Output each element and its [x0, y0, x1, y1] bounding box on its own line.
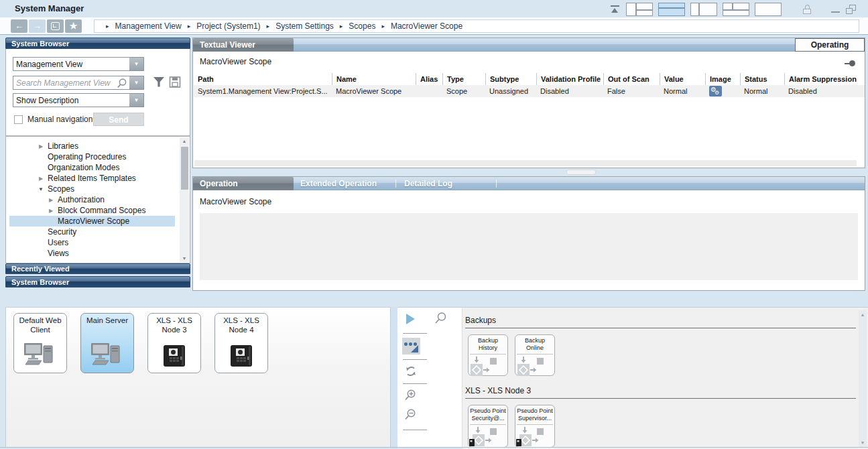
tree-scrollbar[interactable]: ▲ ▼ — [180, 137, 189, 262]
scroll-up-icon[interactable]: ▲ — [859, 312, 867, 317]
tree-collapsed-icon[interactable]: ▶ — [49, 206, 53, 216]
tree-collapsed-icon[interactable]: ▶ — [49, 195, 53, 206]
tree-item-organization-modes[interactable]: Organization Modes — [9, 162, 175, 173]
send-button[interactable]: Send — [93, 113, 144, 126]
layout-horizontal-split-icon[interactable] — [658, 3, 685, 16]
column-header-type[interactable]: Type — [442, 73, 485, 85]
tree-item-scopes[interactable]: ▼ Scopes — [9, 184, 175, 194]
system-browser-panel: System Browser Management View ▼ ▼ Show … — [5, 38, 190, 288]
system-browser-collapsed-header[interactable]: System Browser — [5, 276, 190, 287]
column-header-subtype[interactable]: Subtype — [485, 73, 536, 85]
search-macro-icon[interactable] — [434, 312, 447, 325]
operation-panel: Operation Extended Operation Detailed Lo… — [192, 176, 865, 291]
tree-item-label: Libraries — [48, 141, 78, 151]
column-header-out-of-scan[interactable]: Out of Scan — [603, 73, 660, 85]
macro-workflow-device-icon — [469, 425, 507, 448]
macro-view-selected-icon[interactable] — [402, 338, 420, 355]
column-header-alarm-suppression[interactable]: Alarm Suppression — [784, 73, 865, 85]
scroll-down-icon[interactable]: ▼ — [180, 256, 189, 261]
macro-tile-backup-online[interactable]: BackupOnline — [515, 334, 555, 376]
gears-icon[interactable]: ⚙ ⚙ — [709, 86, 722, 97]
view-selector[interactable]: Management View ▼ — [13, 57, 144, 71]
minimize-icon[interactable] — [831, 5, 841, 14]
tab-extended-operation[interactable]: Extended Operation — [294, 177, 394, 190]
recently-viewed-header[interactable]: Recently Viewed — [5, 263, 190, 274]
layout-vertical-split-icon[interactable] — [690, 3, 717, 16]
node-tile-xls-node-3[interactable]: XLS - XLSNode 3 — [147, 313, 201, 373]
favorites-button[interactable]: ★ — [65, 19, 82, 33]
tree-item-libraries[interactable]: ▶ Libraries — [9, 141, 175, 151]
tree-item-macroviewer-scope[interactable]: MacroViewer Scope — [9, 216, 175, 227]
column-header-path[interactable]: Path — [194, 73, 332, 85]
column-header-validation-profile[interactable]: Validation Profile — [536, 73, 603, 85]
node-tile-xls-node-4[interactable]: XLS - XLSNode 4 — [214, 313, 268, 373]
back-arrow-icon: ← — [15, 21, 23, 31]
layout-single-icon[interactable] — [755, 3, 782, 16]
macro-tile-pseudo-point-security[interactable]: Pseudo PointSecurity@... — [468, 405, 508, 448]
breadcrumb-item-macroviewer-scope[interactable]: MacroViewer Scope — [391, 21, 462, 31]
tree-item-authorization[interactable]: ▶ Authorization — [9, 194, 175, 205]
tree-item-security[interactable]: Security — [9, 227, 175, 237]
scrollbar-thumb[interactable] — [181, 147, 188, 190]
save-icon[interactable] — [169, 76, 181, 88]
refresh-icon[interactable] — [404, 365, 418, 378]
search-icon[interactable] — [117, 78, 127, 88]
breadcrumb-item-scopes[interactable]: Scopes — [349, 21, 375, 31]
manual-navigation-checkbox[interactable] — [14, 115, 23, 124]
pin-icon[interactable] — [845, 60, 855, 66]
scroll-up-icon[interactable]: ▲ — [180, 139, 189, 143]
tree-item-label: Operating Procedures — [48, 151, 126, 162]
column-header-status[interactable]: Status — [740, 73, 784, 85]
splitter-grip[interactable] — [566, 170, 596, 175]
node-tile-default-web-client[interactable]: Default WebClient — [13, 313, 67, 373]
bottom-splitter-strip[interactable] — [391, 307, 397, 449]
tree-item-views[interactable]: Views — [9, 248, 175, 259]
cell-out-of-scan: False — [603, 85, 660, 97]
macro-list-scrollbar[interactable]: ▲ ▼ — [859, 310, 867, 447]
zoom-in-icon[interactable] — [404, 389, 417, 402]
tab-detailed-log[interactable]: Detailed Log — [397, 177, 495, 190]
column-header-name[interactable]: Name — [332, 73, 416, 85]
table-row[interactable]: System1.Management View:Project.S... Mac… — [194, 85, 865, 97]
collapse-top-icon[interactable] — [610, 5, 621, 14]
breadcrumb-item-project[interactable]: Project (System1) — [196, 21, 260, 31]
restore-icon[interactable] — [846, 5, 856, 14]
breadcrumb-separator: ▸ — [267, 23, 270, 29]
star-icon: ★ — [70, 21, 78, 31]
layout-bottom-split-icon[interactable] — [723, 3, 749, 16]
tree-item-operating-procedures[interactable]: Operating Procedures — [9, 151, 175, 162]
tree-item-related-items-templates[interactable]: ▶ Related Items Templates — [9, 173, 175, 184]
chevron-down-icon[interactable]: ▼ — [129, 58, 143, 70]
tree-collapsed-icon[interactable]: ▶ — [39, 141, 43, 152]
layout-quad-icon[interactable] — [626, 3, 653, 16]
tree-collapsed-icon[interactable]: ▶ — [39, 174, 43, 184]
node-tile-main-server[interactable]: Main Server — [80, 313, 134, 373]
column-header-value[interactable]: Value — [660, 73, 705, 85]
back-button[interactable]: ← — [11, 19, 27, 33]
description-selector[interactable]: Show Description ▼ — [13, 93, 144, 107]
forward-button[interactable]: → — [29, 19, 46, 33]
macro-tile-backup-history[interactable]: BackupHistory — [468, 334, 508, 376]
tree-item-users[interactable]: Users — [9, 237, 175, 248]
search-input[interactable] — [13, 76, 115, 89]
chevron-down-icon[interactable]: ▼ — [129, 94, 143, 107]
tree-expanded-icon[interactable]: ▼ — [38, 184, 44, 195]
scroll-down-icon[interactable]: ▼ — [859, 440, 867, 445]
workstation-icon — [90, 342, 125, 369]
breadcrumb-item-management-view[interactable]: Management View — [115, 21, 182, 31]
column-header-image[interactable]: Image — [705, 73, 740, 85]
tree-item-block-command-scopes[interactable]: ▶ Block Command Scopes — [9, 205, 175, 216]
tab-textual-viewer[interactable]: Textual Viewer — [193, 38, 294, 52]
tree-item-label: Related Items Templates — [48, 173, 136, 184]
operating-mode-button[interactable]: Operating — [795, 38, 865, 52]
tab-operation[interactable]: Operation — [193, 177, 294, 190]
column-header-alias[interactable]: Alias — [416, 73, 442, 85]
zoom-out-icon[interactable] — [404, 408, 417, 422]
breadcrumb-item-system-settings[interactable]: System Settings — [275, 21, 334, 31]
search-options-chevron-icon[interactable]: ▼ — [129, 76, 143, 89]
filter-icon[interactable] — [153, 76, 165, 88]
run-macro-icon[interactable] — [406, 314, 415, 324]
history-button[interactable] — [47, 19, 64, 33]
macro-tile-pseudo-point-supervisor[interactable]: Pseudo PointSupervisor... — [515, 405, 555, 448]
system-browser-header[interactable]: System Browser — [5, 38, 190, 49]
